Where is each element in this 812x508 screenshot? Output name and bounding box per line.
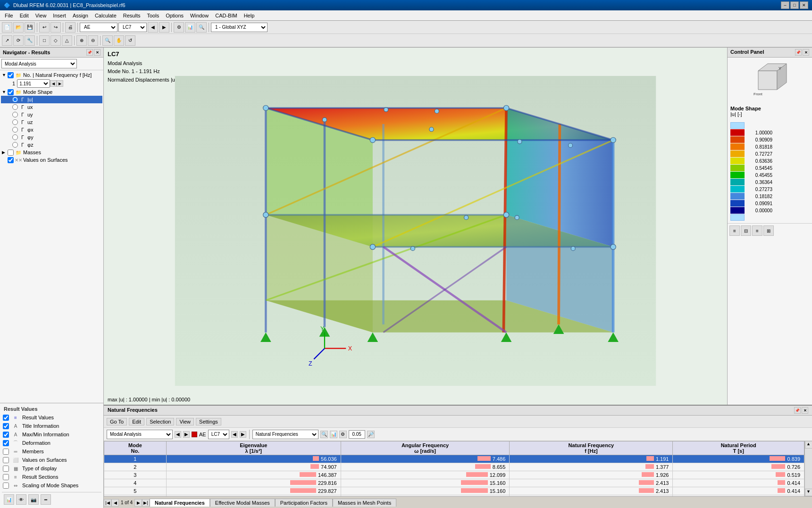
tb2-btn-5[interactable]: ◇ — [50, 35, 61, 46]
cp-tb-btn-3[interactable]: ≡ — [752, 225, 762, 236]
tree-nat-freq-folder[interactable]: ▼ 📁 No. | Natural Frequency f [Hz] — [1, 71, 102, 79]
cb-members[interactable] — [3, 449, 9, 455]
tb2-btn-3[interactable]: 🔧 — [25, 35, 35, 46]
tab-participation[interactable]: Participation Factors — [275, 499, 333, 507]
menu-results[interactable]: Results — [120, 12, 143, 19]
menu-edit[interactable]: Edit — [17, 12, 32, 19]
tb2-btn-8[interactable]: ⊖ — [88, 35, 98, 46]
undo-btn[interactable]: ↩ — [39, 22, 50, 33]
rp-close-btn[interactable]: ✕ — [802, 407, 808, 414]
nav-pin-btn[interactable]: 📌 — [86, 49, 93, 56]
rp-result-combo[interactable]: Natural Frequencies — [252, 430, 318, 439]
mode-freq-select[interactable]: 1.191 — [17, 79, 50, 88]
radio-u-abs[interactable] — [12, 97, 18, 102]
toolbar-combo-global[interactable]: 1 - Global XYZ — [211, 23, 268, 32]
tb-icon-3[interactable]: 🔍 — [196, 22, 207, 33]
radio-phiy[interactable] — [12, 134, 18, 140]
toolbar-combo-ae[interactable]: AE — [80, 23, 117, 32]
cp-tb-btn-1[interactable]: ≡ — [729, 225, 740, 236]
tree-masses-folder[interactable]: ▶ 📁 Masses — [1, 149, 102, 156]
nav-result-values[interactable]: ≡ Result Values — [2, 414, 101, 421]
tab-nat-freq[interactable]: Natural Frequencies — [150, 499, 210, 507]
rp-lc-prev[interactable]: ◀ — [231, 431, 238, 438]
tb-icon-2[interactable]: 📊 — [185, 22, 195, 33]
rp-pin-btn[interactable]: 📌 — [794, 407, 801, 414]
redo-btn[interactable]: ↪ — [50, 22, 61, 33]
rp-icon-1[interactable]: 🔍 — [320, 431, 328, 438]
tree-uz[interactable]: Γ uz — [1, 118, 102, 126]
scroll-up-btn[interactable]: ▲ — [805, 441, 812, 449]
tree-phiy[interactable]: Γ φy — [1, 133, 102, 141]
tree-phiz[interactable]: Γ φz — [1, 141, 102, 149]
tree-nat-freq-row[interactable]: 1 1.191 ◀ ▶ — [1, 79, 102, 88]
radio-uz[interactable] — [12, 119, 18, 125]
nav-icon-eye[interactable]: 👁 — [16, 494, 26, 505]
tab-nav-last[interactable]: ▶| — [142, 499, 150, 507]
menu-view[interactable]: View — [33, 12, 50, 19]
pan-btn[interactable]: ✋ — [114, 35, 124, 46]
tree-u-abs[interactable]: Γ |u| — [1, 96, 102, 103]
expand-icon-nat-freq[interactable]: ▼ — [2, 73, 8, 77]
tb2-btn-7[interactable]: ⊕ — [76, 35, 87, 46]
nav-scaling-mode[interactable]: ⇔ Scaling of Mode Shapes — [2, 482, 101, 489]
tb2-btn-4[interactable]: □ — [39, 35, 50, 46]
cb-result-values[interactable] — [3, 415, 9, 421]
tab-eff-modal[interactable]: Effective Modal Masses — [210, 499, 275, 507]
nav-close-btn[interactable]: ✕ — [94, 49, 100, 56]
rp-lc-next[interactable]: ▶ — [240, 431, 246, 438]
nav-icon-results[interactable]: 📊 — [4, 494, 14, 505]
cb-scaling-mode[interactable] — [3, 483, 9, 489]
expand-icon-mode-shape[interactable]: ▼ — [2, 90, 8, 94]
prev-btn[interactable]: ◀ — [148, 22, 158, 33]
nav-maxmin-info[interactable]: A Max/Min Information — [2, 431, 101, 438]
nav-icon-camera[interactable]: 📷 — [28, 494, 39, 505]
cb-deformation[interactable] — [3, 440, 9, 446]
rp-goto-btn[interactable]: Go To — [107, 418, 127, 425]
tree-ux[interactable]: Γ ux — [1, 103, 102, 111]
cb-title-info[interactable] — [3, 423, 9, 429]
table-row[interactable]: 3146.38712.0991.9260.519 — [104, 471, 804, 479]
tb-icon-1[interactable]: ⚙ — [174, 22, 184, 33]
rp-selection-btn[interactable]: Selection — [146, 418, 174, 425]
tb2-btn-2[interactable]: ⟳ — [13, 35, 24, 46]
menu-cad-bim[interactable]: CAD-BIM — [212, 12, 240, 19]
tab-nav-prev[interactable]: ◀ — [111, 499, 119, 507]
mode-shape-checkbox[interactable] — [8, 89, 14, 95]
rp-icon-2[interactable]: 📊 — [330, 431, 337, 438]
tb2-btn-6[interactable]: △ — [62, 35, 72, 46]
menu-insert[interactable]: Insert — [50, 12, 69, 19]
tab-nav-next[interactable]: ▶ — [134, 499, 142, 507]
nat-freq-checkbox[interactable] — [8, 72, 14, 78]
table-row[interactable]: 274.9078.6551.3770.726 — [104, 463, 804, 471]
rp-icon-3[interactable]: ⚙ — [339, 431, 347, 438]
rp-icon-4[interactable]: 🔎 — [367, 431, 375, 438]
menu-assign[interactable]: Assign — [70, 12, 91, 19]
rp-scale-input[interactable] — [349, 430, 365, 439]
tree-phix[interactable]: Γ φx — [1, 126, 102, 133]
rp-analysis-combo[interactable]: Modal Analysis — [107, 430, 173, 439]
maximize-button[interactable]: □ — [790, 1, 799, 9]
tree-val-surfaces[interactable]: ✕✕ Values on Surfaces — [1, 156, 102, 164]
rp-lc-combo[interactable]: LC7 — [208, 430, 229, 439]
minimize-button[interactable]: – — [781, 1, 789, 9]
open-btn[interactable]: 📂 — [13, 22, 24, 33]
cb-result-sections[interactable] — [3, 474, 9, 480]
cp-tb-btn-4[interactable]: ⊞ — [763, 225, 774, 236]
table-row[interactable]: 5229.82715.1602.4130.414 — [104, 487, 804, 495]
cp-tb-btn-2[interactable]: ⊟ — [741, 225, 751, 236]
save-btn[interactable]: 💾 — [25, 22, 35, 33]
cb-maxmin-info[interactable] — [3, 432, 9, 438]
new-btn[interactable]: 📄 — [2, 22, 12, 33]
tab-masses-mesh[interactable]: Masses in Mesh Points — [333, 499, 396, 507]
print-btn[interactable]: 🖨 — [65, 22, 75, 33]
next-btn[interactable]: ▶ — [159, 22, 169, 33]
cb-values-surfaces[interactable] — [3, 457, 9, 463]
tb2-btn-1[interactable]: ↗ — [2, 35, 12, 46]
menu-tools[interactable]: Tools — [144, 12, 162, 19]
menu-options[interactable]: Options — [163, 12, 186, 19]
rotate-btn[interactable]: ↺ — [125, 35, 135, 46]
menu-calculate[interactable]: Calculate — [92, 12, 119, 19]
radio-uy[interactable] — [12, 112, 18, 117]
nav-analysis-combo[interactable]: Modal Analysis — [1, 59, 77, 68]
cp-close-btn[interactable]: ✕ — [803, 49, 809, 56]
